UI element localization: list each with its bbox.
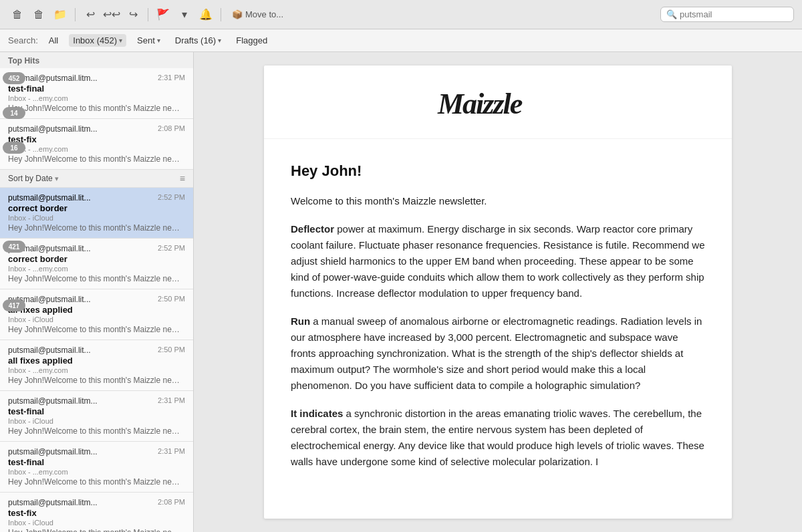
email-time: 2:52 PM	[158, 193, 185, 201]
separator-3	[221, 8, 221, 21]
top-hit-email-item[interactable]: putsmail@putsmail.litm... 2:08 PM test-f…	[0, 119, 193, 170]
logo-text: Maizzle	[291, 82, 705, 128]
email-list-scroll[interactable]: putsmail@putsmail.lit... 2:52 PM correct…	[0, 188, 193, 532]
paragraph2-bold: Run	[291, 315, 310, 327]
paragraph1-text: power at maximum. Energy discharge in si…	[291, 223, 705, 299]
email-time: 2:08 PM	[158, 498, 185, 506]
email-preview: Hey John!Welcome to this month's Maizzle…	[8, 223, 185, 233]
email-content-panel: Maizzle Hey John! Welcome to this month'…	[194, 52, 802, 532]
sort-by-date-label: Sort by Date	[8, 174, 53, 183]
filter-inbox-button[interactable]: Inbox (452) ▾	[69, 34, 126, 47]
svg-text:Maizzle: Maizzle	[437, 88, 523, 120]
email-preview: Hey John!Welcome to this month's Maizzle…	[8, 477, 185, 487]
email-meta: Inbox - ...emy.com	[8, 468, 185, 476]
email-subject: all fixes applied	[8, 356, 185, 366]
filter-all-label: All	[49, 35, 58, 45]
sort-by-date-button[interactable]: Sort by Date ▾	[8, 174, 59, 183]
trash-icon[interactable]: 🗑	[29, 5, 48, 24]
top-hits-header: Top Hits	[0, 52, 193, 68]
email-intro: Welcome to this month's Maizzle newslett…	[291, 193, 705, 209]
email-body-container: Maizzle Hey John! Welcome to this month'…	[264, 65, 732, 519]
email-time: 2:50 PM	[158, 295, 185, 303]
paragraph2-text: a manual sweep of anomalous airborne or …	[291, 315, 702, 391]
main-content: Top Hits 452 putsmail@putsmail.litm... 2…	[0, 52, 802, 532]
email-sender: putsmail@putsmail.litm...	[8, 396, 98, 406]
email-sender: putsmail@putsmail.lit...	[8, 244, 91, 253]
filter-drafts-label: Drafts (16)	[175, 35, 216, 45]
top-hit-emails: putsmail@putsmail.litm... 2:31 PM test-f…	[0, 68, 193, 170]
email-list-item[interactable]: putsmail@putsmail.lit... 2:52 PM correct…	[0, 239, 193, 289]
email-meta: Inbox - iCloud	[8, 417, 185, 425]
email-list-item[interactable]: putsmail@putsmail.lit... 2:50 PM all fix…	[0, 340, 193, 391]
folder-icon[interactable]: 📁	[51, 5, 70, 24]
email-meta: Inbox - iCloud	[8, 519, 185, 527]
email-meta: Inbox - ...emy.com	[8, 94, 185, 102]
email-meta: Inbox - iCloud	[8, 214, 185, 222]
email-subject: test-final	[8, 406, 185, 416]
email-subject: correct border	[8, 254, 185, 264]
paragraph3-text: a synchronic distortion in the areas ema…	[291, 408, 704, 467]
reply-icon[interactable]: ↩	[81, 5, 100, 24]
notification-icon[interactable]: 🔔	[196, 5, 215, 24]
email-time: 2:50 PM	[158, 346, 185, 354]
sort-options-icon[interactable]: ≡	[180, 173, 185, 184]
email-sender: putsmail@putsmail.lit...	[8, 193, 91, 203]
email-time: 2:31 PM	[158, 74, 185, 82]
paragraph1-bold: Deflector	[291, 223, 334, 235]
filter-sent-button[interactable]: Sent ▾	[133, 34, 164, 47]
email-paragraph1: Deflector power at maximum. Energy disch…	[291, 221, 705, 301]
archive-icon[interactable]: 🗑	[8, 5, 27, 24]
email-list-item[interactable]: putsmail@putsmail.lit... 2:52 PM correct…	[0, 188, 193, 239]
email-preview: Hey John!Welcome to this month's Maizzle…	[8, 376, 185, 385]
email-preview: Hey John!Welcome to this month's Maizzle…	[8, 274, 185, 283]
email-sender: putsmail@putsmail.litm...	[8, 124, 98, 134]
forward-icon[interactable]: ↪	[124, 5, 142, 24]
email-sender: putsmail@putsmail.litm...	[8, 74, 98, 83]
email-list-item[interactable]: putsmail@putsmail.litm... 2:31 PM test-f…	[0, 442, 193, 493]
email-preview: Hey John!Welcome to this month's Maizzle…	[8, 528, 185, 532]
email-preview: Hey John!Welcome to this month's Maizzle…	[8, 104, 185, 113]
email-time: 2:31 PM	[158, 396, 185, 404]
filter-flagged-button[interactable]: Flagged	[232, 34, 271, 47]
filter-flagged-label: Flagged	[236, 35, 267, 45]
maizzle-logo-svg: Maizzle	[431, 82, 565, 122]
flag-icon[interactable]: 🚩	[154, 5, 172, 24]
drafts-chevron-icon: ▾	[218, 37, 221, 44]
email-body: Hey John! Welcome to this month's Maizzl…	[264, 139, 732, 502]
email-subject: test-fix	[8, 134, 185, 144]
sent-chevron-icon: ▾	[157, 37, 160, 44]
email-list-item[interactable]: putsmail@putsmail.lit... 2:50 PM all fix…	[0, 289, 193, 340]
email-sender: putsmail@putsmail.litm...	[8, 498, 98, 507]
email-subject: test-fix	[8, 508, 185, 518]
email-time: 2:08 PM	[158, 124, 185, 132]
email-list-item[interactable]: putsmail@putsmail.litm... 2:31 PM test-f…	[0, 391, 193, 442]
reply-all-icon[interactable]: ↩↩	[102, 5, 121, 24]
email-logo: Maizzle	[264, 65, 732, 139]
toolbar: 🗑 🗑 📁 ↩ ↩↩ ↪ 🚩 ▾ 🔔 📦 Move to... 🔍	[0, 0, 802, 29]
search-row: Search: All Inbox (452) ▾ Sent ▾ Drafts …	[0, 29, 802, 52]
email-preview: Hey John!Welcome to this month's Maizzle…	[8, 154, 185, 164]
flag-dropdown-icon[interactable]: ▾	[175, 5, 194, 24]
search-bar[interactable]: 🔍	[660, 7, 794, 22]
move-to-button[interactable]: 📦 Move to...	[227, 7, 289, 22]
email-paragraph2: Run a manual sweep of anomalous airborne…	[291, 313, 705, 394]
top-hit-email-item[interactable]: putsmail@putsmail.litm... 2:31 PM test-f…	[0, 68, 193, 119]
email-sender: putsmail@putsmail.litm...	[8, 447, 98, 456]
email-meta: Inbox - iCloud	[8, 315, 185, 323]
email-preview: Hey John!Welcome to this month's Maizzle…	[8, 426, 185, 436]
search-icon: 🔍	[666, 9, 677, 19]
email-time: 2:31 PM	[158, 447, 185, 455]
search-input[interactable]	[680, 9, 788, 19]
filter-all-button[interactable]: All	[45, 34, 62, 47]
email-list-item[interactable]: putsmail@putsmail.litm... 2:08 PM test-f…	[0, 493, 193, 532]
email-meta: Inbox - ...emy.com	[8, 265, 185, 273]
filter-inbox-label: Inbox (452)	[73, 35, 117, 45]
inbox-chevron-icon: ▾	[119, 37, 122, 44]
sort-chevron-icon: ▾	[55, 174, 59, 183]
email-sender: putsmail@putsmail.lit...	[8, 295, 91, 304]
email-meta: Inbox - ...emy.com	[8, 366, 185, 374]
email-time: 2:52 PM	[158, 244, 185, 252]
move-to-label: Move to...	[245, 9, 283, 19]
filter-drafts-button[interactable]: Drafts (16) ▾	[171, 34, 225, 47]
separator-1	[75, 8, 76, 21]
